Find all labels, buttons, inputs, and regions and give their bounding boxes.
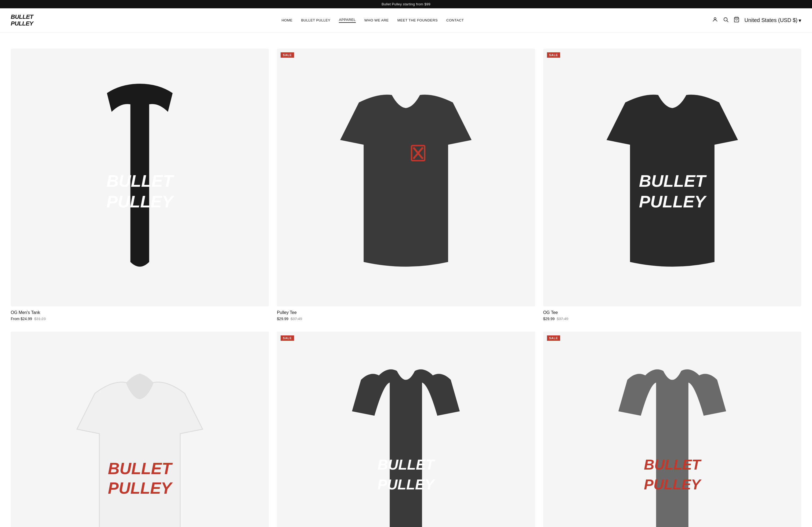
product-image-wrap: SALE: [277, 48, 535, 306]
product-card-pulley-tee[interactable]: SALE Pulley Tee$29.99$37.49: [277, 48, 535, 321]
nav-item-bullet-pulley[interactable]: BULLET PULLEY: [301, 18, 330, 22]
svg-text:PULLEY: PULLEY: [108, 480, 173, 497]
svg-text:PULLEY: PULLEY: [106, 192, 175, 211]
product-name: OG Tee: [543, 310, 801, 315]
nav-item-meet-the-founders[interactable]: MEET THE FOUNDERS: [397, 18, 438, 22]
announcement-bar: Bullet Pulley starting from $99: [0, 0, 812, 8]
product-image-wrap: SALE BULLET PULLEY: [543, 48, 801, 306]
sale-badge: SALE: [547, 335, 560, 341]
product-image-wrap: SALE BULLET PULLEY: [543, 332, 801, 527]
product-image: BULLET PULLEY: [37, 358, 243, 527]
product-image: BULLET PULLEY: [569, 358, 775, 527]
product-card-womens-tank-dark[interactable]: SALE BULLET PULLEY OG Women's Tank$24.99…: [277, 332, 535, 527]
header: BULLET PULLEY HOMEBULLET PULLEYAPPARELWH…: [0, 8, 812, 32]
svg-text:BULLET: BULLET: [106, 172, 175, 191]
sale-badge: SALE: [280, 335, 294, 341]
svg-point-0: [714, 18, 716, 19]
product-info: OG Men's TankFrom $24.99$31.23: [11, 310, 269, 321]
svg-text:BULLET: BULLET: [108, 460, 173, 478]
chevron-down-icon: ▾: [799, 17, 801, 24]
product-image: [303, 74, 509, 281]
sale-badge: SALE: [280, 52, 294, 58]
announcement-text: Bullet Pulley starting from $99: [381, 2, 431, 6]
price-current: $29.99: [543, 317, 555, 321]
product-image: BULLET PULLEY: [303, 358, 509, 527]
account-icon[interactable]: [712, 17, 718, 24]
product-image-wrap: BULLET PULLEY: [11, 332, 269, 527]
product-image-wrap: SALE BULLET PULLEY: [277, 332, 535, 527]
svg-text:PULLEY: PULLEY: [644, 477, 702, 492]
svg-text:BULLET: BULLET: [639, 172, 707, 191]
product-image: BULLET PULLEY: [569, 74, 775, 281]
products-grid: BULLET PULLEY OG Men's TankFrom $24.99$3…: [11, 48, 801, 527]
nav-item-apparel[interactable]: APPAREL: [339, 18, 356, 23]
svg-text:BULLET: BULLET: [378, 457, 435, 472]
logo[interactable]: BULLET PULLEY: [11, 14, 33, 27]
product-card-og-tee[interactable]: SALE BULLET PULLEY OG Tee$29.99$37.49: [543, 48, 801, 321]
nav-item-contact[interactable]: CONTACT: [446, 18, 464, 22]
product-pricing: $29.99$37.49: [543, 317, 801, 321]
header-icons: United States (USD $) ▾: [712, 17, 801, 24]
price-original: $37.49: [557, 317, 568, 321]
product-name: OG Men's Tank: [11, 310, 269, 315]
currency-selector[interactable]: United States (USD $) ▾: [744, 17, 801, 24]
nav-item-home[interactable]: HOME: [281, 18, 292, 22]
svg-text:BULLET: BULLET: [644, 457, 702, 472]
search-icon[interactable]: [723, 17, 729, 24]
product-pricing: $29.99$37.49: [277, 317, 535, 321]
svg-point-1: [724, 18, 727, 21]
product-image-wrap: BULLET PULLEY: [11, 48, 269, 306]
product-card-og-mens-tank[interactable]: BULLET PULLEY OG Men's TankFrom $24.99$3…: [11, 48, 269, 321]
product-card-womens-tank-grey[interactable]: SALE BULLET PULLEY OG Women's Tank$24.99…: [543, 332, 801, 527]
svg-text:PULLEY: PULLEY: [378, 477, 435, 492]
product-card-hoodie-white[interactable]: BULLET PULLEY OG Hoodie$44.99$59.99: [11, 332, 269, 527]
currency-label: United States (USD $): [744, 17, 798, 23]
nav-item-who-we-are[interactable]: WHO WE ARE: [364, 18, 389, 22]
price-original: $31.23: [34, 317, 46, 321]
product-name: Pulley Tee: [277, 310, 535, 315]
cart-icon[interactable]: [734, 17, 740, 24]
svg-text:PULLEY: PULLEY: [639, 192, 707, 211]
products-section: BULLET PULLEY OG Men's TankFrom $24.99$3…: [0, 32, 812, 527]
product-image: BULLET PULLEY: [37, 74, 243, 281]
price-original: $37.49: [291, 317, 302, 321]
product-info: Pulley Tee$29.99$37.49: [277, 310, 535, 321]
sale-badge: SALE: [547, 52, 560, 58]
price-current: $29.99: [277, 317, 288, 321]
svg-line-2: [727, 21, 728, 22]
product-pricing: From $24.99$31.23: [11, 317, 269, 321]
price-current: From $24.99: [11, 317, 32, 321]
product-info: OG Tee$29.99$37.49: [543, 310, 801, 321]
main-nav: HOMEBULLET PULLEYAPPARELWHO WE AREMEET T…: [281, 18, 464, 23]
